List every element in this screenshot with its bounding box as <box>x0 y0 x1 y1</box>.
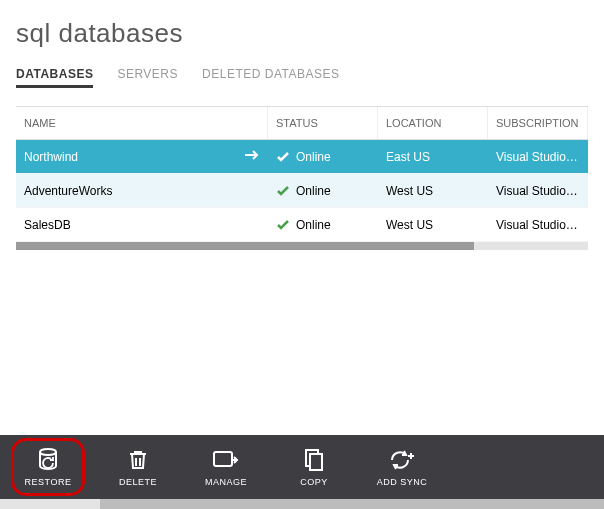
svg-point-0 <box>40 449 56 455</box>
sync-plus-icon <box>388 447 416 473</box>
subscription-text: Visual Studio Ultim... <box>488 218 588 232</box>
col-name[interactable]: NAME <box>16 107 268 139</box>
location-text: West US <box>378 218 488 232</box>
tab-databases[interactable]: DATABASES <box>16 67 93 88</box>
db-name: AdventureWorks <box>24 184 112 198</box>
copy-icon <box>302 447 326 473</box>
cmd-label: COPY <box>300 477 328 487</box>
delete-button[interactable]: DELETE <box>108 447 168 487</box>
subscription-text: Visual Studio Ultim... <box>488 184 588 198</box>
restore-icon <box>35 447 61 473</box>
page-horizontal-scrollbar[interactable] <box>0 499 604 509</box>
add-sync-button[interactable]: ADD SYNC <box>372 447 432 487</box>
command-bar: RESTORE DELETE MANAGE <box>0 435 604 499</box>
horizontal-scrollbar[interactable] <box>16 242 588 250</box>
manage-icon <box>212 447 240 473</box>
db-name: Northwind <box>24 150 78 164</box>
check-icon <box>276 150 290 164</box>
scrollbar-thumb[interactable] <box>16 242 474 250</box>
status-text: Online <box>296 150 331 164</box>
cmd-label: MANAGE <box>205 477 247 487</box>
tab-bar: DATABASES SERVERS DELETED DATABASES <box>16 67 588 88</box>
copy-button[interactable]: COPY <box>284 447 344 487</box>
tab-deleted-databases[interactable]: DELETED DATABASES <box>202 67 339 88</box>
table-row[interactable]: AdventureWorks Online West US Visual Stu… <box>16 174 588 208</box>
db-name: SalesDB <box>24 218 71 232</box>
col-status[interactable]: STATUS <box>268 107 378 139</box>
check-icon <box>276 184 290 198</box>
table-row[interactable]: SalesDB Online West US Visual Studio Ult… <box>16 208 588 242</box>
cmd-label: RESTORE <box>25 477 72 487</box>
page-title: sql databases <box>16 18 588 49</box>
tab-servers[interactable]: SERVERS <box>117 67 178 88</box>
cmd-label: DELETE <box>119 477 157 487</box>
svg-rect-3 <box>310 454 322 470</box>
manage-button[interactable]: MANAGE <box>196 447 256 487</box>
col-location[interactable]: LOCATION <box>378 107 488 139</box>
col-subscription[interactable]: SUBSCRIPTION <box>488 107 588 139</box>
location-text: East US <box>378 150 488 164</box>
table-header: NAME STATUS LOCATION SUBSCRIPTION <box>16 106 588 140</box>
trash-icon <box>126 447 150 473</box>
status-text: Online <box>296 218 331 232</box>
location-text: West US <box>378 184 488 198</box>
arrow-right-icon[interactable] <box>244 149 260 164</box>
restore-button[interactable]: RESTORE <box>16 443 80 491</box>
status-text: Online <box>296 184 331 198</box>
scrollbar-thumb[interactable] <box>100 499 604 509</box>
svg-rect-1 <box>214 452 232 466</box>
check-icon <box>276 218 290 232</box>
table-row[interactable]: Northwind Online East US Visual Studio U… <box>16 140 588 174</box>
cmd-label: ADD SYNC <box>377 477 428 487</box>
subscription-text: Visual Studio Ultim... <box>488 150 588 164</box>
